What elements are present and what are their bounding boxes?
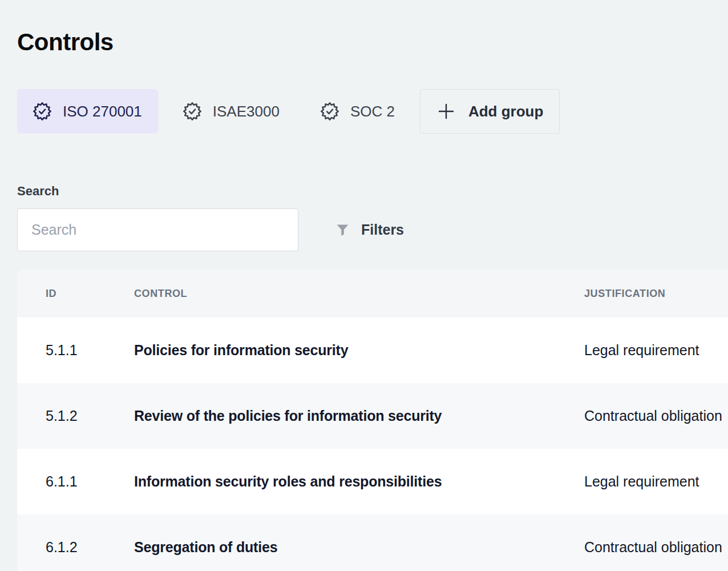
cell-justification: Contractual obligation	[584, 539, 728, 556]
table-header-row: ID CONTROL JUSTIFICATION	[17, 270, 728, 317]
badge-check-icon	[183, 102, 201, 120]
search-row: Filters	[17, 208, 728, 251]
tab-iso-270001[interactable]: ISO 270001	[17, 89, 158, 134]
cell-control: Review of the policies for information s…	[134, 408, 584, 424]
tab-soc-2[interactable]: SOC 2	[305, 89, 411, 134]
cell-id: 5.1.1	[17, 342, 134, 359]
badge-check-icon	[33, 102, 51, 120]
cell-id: 6.1.1	[17, 473, 134, 490]
table-row[interactable]: 5.1.2 Review of the policies for informa…	[17, 383, 728, 449]
column-header-id: ID	[17, 288, 134, 300]
table-row[interactable]: 6.1.2 Segregation of duties Contractual …	[17, 514, 728, 571]
cell-control: Information security roles and responsib…	[134, 473, 584, 490]
tab-label: SOC 2	[350, 103, 395, 120]
badge-check-icon	[321, 102, 339, 120]
tab-label: ISAE3000	[213, 103, 280, 120]
page-title: Controls	[17, 27, 728, 57]
filter-funnel-icon	[335, 222, 350, 239]
cell-id: 5.1.2	[17, 408, 134, 424]
tab-isae3000[interactable]: ISAE3000	[167, 89, 296, 134]
cell-control: Policies for information security	[134, 342, 584, 359]
add-group-button[interactable]: Add group	[420, 89, 560, 134]
cell-justification: Legal requirement	[584, 342, 728, 359]
search-label: Search	[17, 184, 728, 199]
column-header-control: CONTROL	[134, 288, 584, 300]
filters-button[interactable]: Filters	[335, 222, 404, 239]
group-tabs: ISO 270001 ISAE3000 SOC 2	[17, 89, 728, 134]
tab-label: ISO 270001	[63, 103, 142, 120]
cell-control: Segregation of duties	[134, 539, 584, 556]
cell-justification: Legal requirement	[584, 473, 728, 490]
controls-page: Controls ISO 270001 ISAE3000	[0, 27, 728, 571]
plus-icon	[436, 102, 456, 121]
filters-label: Filters	[361, 222, 404, 238]
cell-justification: Contractual obligation	[584, 408, 728, 424]
search-input[interactable]	[17, 208, 298, 251]
cell-id: 6.1.2	[17, 539, 134, 556]
add-group-label: Add group	[468, 103, 543, 120]
table-row[interactable]: 5.1.1 Policies for information security …	[17, 317, 728, 383]
column-header-justification: JUSTIFICATION	[584, 288, 728, 300]
controls-table: ID CONTROL JUSTIFICATION 5.1.1 Policies …	[17, 270, 728, 571]
table-row[interactable]: 6.1.1 Information security roles and res…	[17, 449, 728, 514]
